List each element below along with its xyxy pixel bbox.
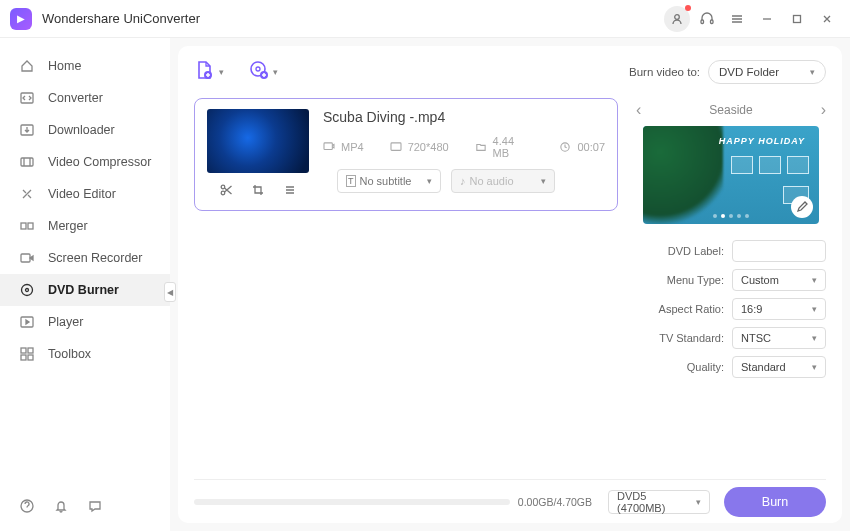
add-file-button[interactable]: ▾ bbox=[194, 59, 224, 86]
sidebar-item-label: Toolbox bbox=[48, 347, 91, 361]
disc-type-select[interactable]: DVD5 (4700MB) ▾ bbox=[608, 490, 710, 514]
chevron-down-icon: ▾ bbox=[541, 176, 546, 186]
user-account-icon[interactable] bbox=[664, 6, 690, 32]
file-list-panel: Scuba Diving -.mp4 MP4 720*480 4.44 MB 0… bbox=[194, 98, 618, 473]
edit-template-button[interactable] bbox=[791, 196, 813, 218]
sidebar-item-merger[interactable]: Merger bbox=[0, 210, 170, 242]
home-icon bbox=[18, 58, 36, 74]
burn-to-label: Burn video to: bbox=[629, 66, 700, 78]
toolbar: ▾ ▾ Burn video to: DVD Folder ▾ bbox=[194, 56, 826, 88]
svg-rect-25 bbox=[391, 143, 401, 151]
sidebar-item-compressor[interactable]: Video Compressor bbox=[0, 146, 170, 178]
svg-rect-16 bbox=[28, 355, 33, 360]
quality-label: Quality: bbox=[687, 361, 724, 373]
sidebar-item-dvd-burner[interactable]: DVD Burner bbox=[0, 274, 170, 306]
svg-rect-24 bbox=[324, 143, 332, 150]
audio-select[interactable]: ♪No audio ▾ bbox=[451, 169, 555, 193]
footer: 0.00GB/4.70GB DVD5 (4700MB) ▾ Burn bbox=[194, 479, 826, 523]
quality-select[interactable]: Standard▾ bbox=[732, 356, 826, 378]
template-prev-button[interactable]: ‹ bbox=[636, 101, 641, 119]
sidebar-item-converter[interactable]: Converter bbox=[0, 82, 170, 114]
svg-rect-6 bbox=[21, 158, 33, 166]
svg-point-10 bbox=[22, 285, 33, 296]
chevron-down-icon: ▾ bbox=[812, 275, 817, 285]
file-card[interactable]: Scuba Diving -.mp4 MP4 720*480 4.44 MB 0… bbox=[194, 98, 618, 211]
add-disc-button[interactable]: ▾ bbox=[248, 59, 278, 86]
burn-button[interactable]: Burn bbox=[724, 487, 826, 517]
burn-to-value: DVD Folder bbox=[719, 66, 779, 78]
svg-rect-13 bbox=[21, 348, 26, 353]
sidebar-collapse-toggle[interactable]: ◀ bbox=[164, 282, 176, 302]
effects-icon[interactable] bbox=[283, 183, 297, 200]
audio-value: No audio bbox=[470, 175, 514, 187]
sidebar-item-label: Video Editor bbox=[48, 187, 116, 201]
menu-type-label: Menu Type: bbox=[667, 274, 724, 286]
sidebar-item-recorder[interactable]: Screen Recorder bbox=[0, 242, 170, 274]
video-thumbnail bbox=[207, 109, 309, 173]
add-disc-icon bbox=[248, 59, 270, 86]
sidebar-item-label: Home bbox=[48, 59, 81, 73]
chevron-down-icon: ▾ bbox=[219, 67, 224, 77]
aspect-ratio-select[interactable]: 16:9▾ bbox=[732, 298, 826, 320]
capacity-progress-bar bbox=[194, 499, 510, 505]
headset-support-icon[interactable] bbox=[694, 6, 720, 32]
subtitle-select[interactable]: TNo subtitle ▾ bbox=[337, 169, 441, 193]
template-name: Seaside bbox=[709, 103, 752, 117]
close-button[interactable] bbox=[814, 6, 840, 32]
sidebar-item-editor[interactable]: Video Editor bbox=[0, 178, 170, 210]
sidebar-item-label: Screen Recorder bbox=[48, 251, 143, 265]
tv-standard-select[interactable]: NTSC▾ bbox=[732, 327, 826, 349]
app-title: Wondershare UniConverter bbox=[42, 11, 200, 26]
tv-standard-label: TV Standard: bbox=[659, 332, 724, 344]
trim-icon[interactable] bbox=[219, 183, 233, 200]
burn-button-label: Burn bbox=[762, 495, 788, 509]
file-resolution: 720*480 bbox=[408, 141, 449, 153]
svg-rect-14 bbox=[28, 348, 33, 353]
notification-dot-icon bbox=[685, 5, 691, 11]
minimize-button[interactable] bbox=[754, 6, 780, 32]
aspect-ratio-label: Aspect Ratio: bbox=[659, 303, 724, 315]
hamburger-menu-icon[interactable] bbox=[724, 6, 750, 32]
toolbox-icon bbox=[18, 346, 36, 362]
app-logo bbox=[10, 8, 32, 30]
sidebar-item-downloader[interactable]: Downloader bbox=[0, 114, 170, 146]
subtitle-value: No subtitle bbox=[360, 175, 412, 187]
editor-icon bbox=[18, 186, 36, 202]
sidebar-item-label: Merger bbox=[48, 219, 88, 233]
template-next-button[interactable]: › bbox=[821, 101, 826, 119]
titlebar: Wondershare UniConverter bbox=[0, 0, 850, 38]
svg-rect-3 bbox=[794, 15, 801, 22]
filesize-icon bbox=[475, 142, 487, 152]
maximize-button[interactable] bbox=[784, 6, 810, 32]
file-size: 4.44 MB bbox=[493, 135, 534, 159]
audio-icon: ♪ bbox=[460, 175, 466, 187]
help-icon[interactable] bbox=[18, 497, 36, 515]
svg-point-23 bbox=[221, 191, 225, 195]
sidebar-item-label: Video Compressor bbox=[48, 155, 151, 169]
file-title: Scuba Diving -.mp4 bbox=[323, 109, 605, 125]
svg-rect-15 bbox=[21, 355, 26, 360]
dvd-label-input[interactable] bbox=[732, 240, 826, 262]
file-format: MP4 bbox=[341, 141, 364, 153]
chevron-down-icon: ▾ bbox=[427, 176, 432, 186]
bell-icon[interactable] bbox=[52, 497, 70, 515]
burn-to-select[interactable]: DVD Folder ▾ bbox=[708, 60, 826, 84]
sidebar-item-label: Player bbox=[48, 315, 83, 329]
feedback-icon[interactable] bbox=[86, 497, 104, 515]
sidebar-item-player[interactable]: Player bbox=[0, 306, 170, 338]
chevron-down-icon: ▾ bbox=[812, 362, 817, 372]
disc-type-value: DVD5 (4700MB) bbox=[617, 490, 696, 514]
svg-rect-7 bbox=[21, 223, 26, 229]
sidebar-item-home[interactable]: Home bbox=[0, 50, 170, 82]
svg-point-22 bbox=[221, 185, 225, 189]
sidebar-item-toolbox[interactable]: Toolbox bbox=[0, 338, 170, 370]
template-panel: ‹ Seaside › HAPPY HOLIDAY DVD Label: bbox=[636, 98, 826, 473]
player-icon bbox=[18, 314, 36, 330]
dvd-label-label: DVD Label: bbox=[668, 245, 724, 257]
crop-icon[interactable] bbox=[251, 183, 265, 200]
template-preview[interactable]: HAPPY HOLIDAY bbox=[643, 126, 819, 224]
menu-type-select[interactable]: Custom▾ bbox=[732, 269, 826, 291]
download-icon bbox=[18, 122, 36, 138]
content-area: ▾ ▾ Burn video to: DVD Folder ▾ bbox=[170, 38, 850, 531]
svg-rect-2 bbox=[711, 20, 714, 24]
